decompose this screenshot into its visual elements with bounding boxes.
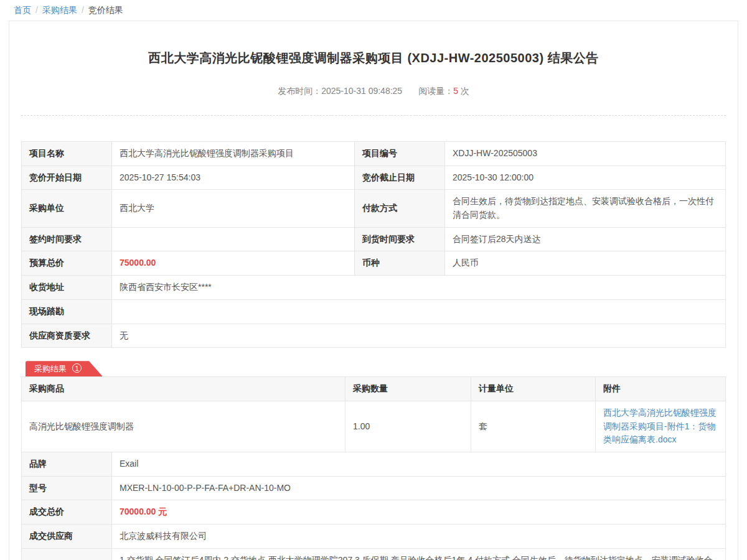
column-header-product: 采购商品 bbox=[22, 377, 345, 401]
value-bid-end-date: 2025-10-30 12:00:00 bbox=[445, 166, 726, 190]
table-row: 质保及售后服务 1 交货期 合同签订后4周内 2 交货地点 西北大学物理学院20… bbox=[22, 548, 726, 560]
breadcrumb-home-link[interactable]: 首页 bbox=[14, 5, 31, 15]
label-signing-time: 签约时间要求 bbox=[22, 227, 112, 251]
column-header-attachment: 附件 bbox=[596, 377, 726, 401]
label-model: 型号 bbox=[22, 476, 112, 500]
label-warranty-service: 质保及售后服务 bbox=[22, 548, 112, 560]
value-bid-start-date: 2025-10-27 15:54:03 bbox=[112, 166, 355, 190]
value-signing-time bbox=[112, 227, 355, 251]
value-delivery-time: 合同签订后28天内送达 bbox=[445, 227, 726, 251]
breadcrumb-current-page: 竞价结果 bbox=[88, 5, 123, 15]
label-currency: 币种 bbox=[355, 251, 445, 276]
project-info-table: 项目名称 西北大学高消光比铌酸锂强度调制器采购项目 项目编号 XDJJ-HW-2… bbox=[21, 141, 726, 348]
label-delivery-time: 到货时间要求 bbox=[355, 227, 445, 251]
table-row: 签约时间要求 到货时间要求 合同签订后28天内送达 bbox=[22, 227, 726, 251]
value-delivery-address: 陕西省西安市长安区**** bbox=[112, 276, 726, 300]
goods-table: 采购商品 采购数量 计量单位 附件 高消光比铌酸锂强度调制器 1.00 套 西北… bbox=[21, 376, 726, 452]
purchase-result-badge: 采购结果1 bbox=[26, 361, 103, 376]
label-budget-total: 预算总价 bbox=[22, 251, 112, 276]
table-row: 现场踏勘 bbox=[22, 299, 726, 324]
cell-product-name: 高消光比铌酸锂强度调制器 bbox=[22, 401, 345, 452]
result-badge-row: 采购结果1 bbox=[21, 361, 726, 376]
value-deal-price: 70000.00 元 bbox=[112, 500, 726, 525]
cell-attachment: 西北大学高消光比铌酸锂强度调制器采购项目-附件1：货物类响应偏离表.docx bbox=[596, 401, 726, 452]
value-brand: Exail bbox=[112, 452, 726, 476]
label-supplier-qualification: 供应商资质要求 bbox=[22, 324, 112, 348]
breadcrumb-purchase-results-link[interactable]: 采购结果 bbox=[42, 5, 77, 15]
value-project-number: XDJJ-HW-202505003 bbox=[445, 142, 726, 166]
result-detail-table: 品牌 Exail 型号 MXER-LN-10-00-P-P-FA-FA+DR-A… bbox=[21, 452, 726, 560]
breadcrumb: 首页/采购结果/竞价结果 bbox=[0, 0, 747, 21]
breadcrumb-separator: / bbox=[82, 5, 84, 15]
label-site-survey: 现场踏勘 bbox=[22, 299, 112, 324]
label-bid-start-date: 竞价开始日期 bbox=[22, 166, 112, 190]
views-count: 5 bbox=[453, 86, 458, 96]
table-row: 项目名称 西北大学高消光比铌酸锂强度调制器采购项目 项目编号 XDJJ-HW-2… bbox=[22, 142, 726, 166]
dashed-divider bbox=[21, 115, 726, 116]
breadcrumb-separator: / bbox=[35, 5, 38, 15]
value-purchasing-unit: 西北大学 bbox=[112, 190, 355, 227]
table-header-row: 采购商品 采购数量 计量单位 附件 bbox=[22, 377, 726, 401]
column-header-quantity: 采购数量 bbox=[345, 377, 471, 401]
value-site-survey bbox=[112, 299, 726, 324]
cell-quantity: 1.00 bbox=[345, 401, 471, 452]
label-delivery-address: 收货地址 bbox=[22, 276, 112, 300]
value-currency: 人民币 bbox=[445, 251, 726, 276]
purchase-result-badge-label: 采购结果 bbox=[34, 364, 67, 373]
purchase-result-count-badge: 1 bbox=[72, 363, 82, 373]
label-project-number: 项目编号 bbox=[355, 142, 445, 166]
label-winning-supplier: 成交供应商 bbox=[22, 525, 112, 549]
attachment-link[interactable]: 西北大学高消光比铌酸锂强度调制器采购项目-附件1：货物类响应偏离表.docx bbox=[603, 408, 716, 444]
value-model: MXER-LN-10-00-P-P-FA-FA+DR-AN-10-MO bbox=[112, 476, 726, 500]
value-supplier-qualification: 无 bbox=[112, 324, 726, 348]
label-deal-price: 成交总价 bbox=[22, 500, 112, 525]
label-brand: 品牌 bbox=[22, 452, 112, 476]
label-project-name: 项目名称 bbox=[22, 142, 112, 166]
value-warranty-service: 1 交货期 合同签订后4周内 2 交货地点 西北大学物理学院207 3 质保期 … bbox=[112, 548, 726, 560]
value-budget-total: 75000.00 bbox=[112, 251, 355, 276]
table-row: 成交供应商 北京波威科技有限公司 bbox=[22, 525, 726, 549]
page-title: 西北大学高消光比铌酸锂强度调制器采购项目 (XDJJ-HW-202505003)… bbox=[21, 21, 726, 67]
views-label: 阅读量： bbox=[418, 86, 453, 96]
label-payment-method: 付款方式 bbox=[355, 190, 445, 227]
value-payment-method: 合同生效后，待货物到达指定地点、安装调试验收合格后，一次性付清合同货款。 bbox=[445, 190, 726, 227]
publish-meta: 发布时间：2025-10-31 09:48:25阅读量：5 次 bbox=[21, 86, 726, 97]
table-row: 竞价开始日期 2025-10-27 15:54:03 竞价截止日期 2025-1… bbox=[22, 166, 726, 190]
label-purchasing-unit: 采购单位 bbox=[22, 190, 112, 227]
table-row: 高消光比铌酸锂强度调制器 1.00 套 西北大学高消光比铌酸锂强度调制器采购项目… bbox=[22, 401, 726, 452]
label-bid-end-date: 竞价截止日期 bbox=[355, 166, 445, 190]
column-header-unit: 计量单位 bbox=[471, 377, 596, 401]
cell-unit: 套 bbox=[471, 401, 596, 452]
table-row: 收货地址 陕西省西安市长安区**** bbox=[22, 276, 726, 300]
value-project-name: 西北大学高消光比铌酸锂强度调制器采购项目 bbox=[112, 142, 355, 166]
publish-time-label: 发布时间： bbox=[278, 86, 321, 96]
value-winning-supplier: 北京波威科技有限公司 bbox=[112, 525, 726, 549]
table-row: 供应商资质要求 无 bbox=[22, 324, 726, 348]
announcement-card: 西北大学高消光比铌酸锂强度调制器采购项目 (XDJJ-HW-202505003)… bbox=[9, 21, 738, 560]
views-unit: 次 bbox=[461, 86, 469, 96]
table-row: 预算总价 75000.00 币种 人民币 bbox=[22, 251, 726, 276]
table-row: 成交总价 70000.00 元 bbox=[22, 500, 726, 525]
table-row: 品牌 Exail bbox=[22, 452, 726, 476]
table-row: 型号 MXER-LN-10-00-P-P-FA-FA+DR-AN-10-MO bbox=[22, 476, 726, 500]
table-row: 采购单位 西北大学 付款方式 合同生效后，待货物到达指定地点、安装调试验收合格后… bbox=[22, 190, 726, 227]
publish-time-value: 2025-10-31 09:48:25 bbox=[321, 86, 402, 96]
